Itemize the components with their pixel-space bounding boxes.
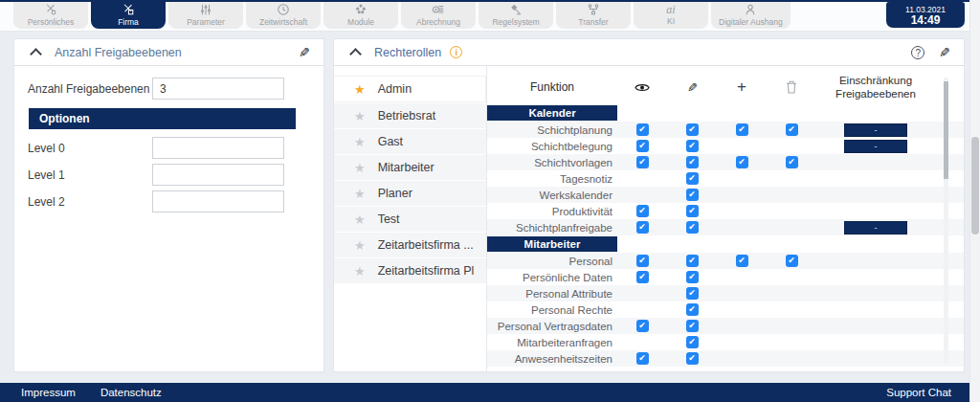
function-label: Schichtvorlagen	[487, 157, 617, 168]
add-checkbox[interactable]: ✔	[736, 156, 748, 168]
view-checkbox[interactable]: ✔	[636, 352, 649, 365]
function-label: Personal Rechte	[487, 304, 617, 316]
view-checkbox[interactable]: ✔	[636, 271, 649, 283]
info-icon[interactable]: i	[450, 46, 462, 58]
nav-regelsystem[interactable]: Regelsystem	[479, 2, 553, 29]
tools-person-icon	[44, 4, 57, 16]
restriction-level-button[interactable]: -	[844, 140, 907, 153]
star-icon: ★	[354, 213, 366, 226]
form-row: Level 1	[28, 164, 284, 186]
add-checkbox-cell: ✔	[717, 255, 767, 267]
function-label: Schichtplanfreigabe	[487, 222, 617, 234]
level-2-input[interactable]	[152, 190, 284, 212]
add-checkbox[interactable]: ✔	[736, 123, 748, 136]
page-scrollbar-thumb[interactable]	[971, 137, 979, 234]
table-row: Schichtvorlagen✔✔✔✔	[487, 154, 964, 170]
role-item[interactable]: ★Mitarbeiter	[334, 155, 486, 180]
edit-pencil-icon[interactable]: ✎	[299, 46, 310, 59]
nav-digitaler-aushang[interactable]: Digitaler Aushang	[711, 2, 791, 29]
panel-header: Anzahl Freigabeebenen ✎	[14, 39, 323, 66]
role-item[interactable]: ★Zeitarbeitsfirma Pl	[334, 258, 486, 283]
edit-checkbox[interactable]: ✔	[686, 352, 699, 365]
billing-coin-icon	[432, 4, 445, 16]
edit-checkbox[interactable]: ✔	[686, 271, 699, 283]
role-item[interactable]: ★Zeitarbeitsfirma ...	[334, 233, 486, 257]
role-item[interactable]: ★Gast	[334, 129, 486, 154]
plus-icon: +	[737, 79, 746, 95]
datenschutz-link[interactable]: Datenschutz	[100, 387, 162, 398]
role-label: Test	[378, 212, 400, 226]
nav-firma[interactable]: Firma	[91, 2, 166, 29]
edit-checkbox[interactable]: ✔	[686, 221, 699, 234]
collapse-chevron-icon[interactable]	[349, 48, 362, 60]
view-checkbox[interactable]: ✔	[636, 255, 649, 267]
view-checkbox[interactable]: ✔	[636, 123, 649, 136]
support-chat-link[interactable]: Support Chat	[886, 387, 951, 398]
level-0-input[interactable]	[152, 137, 284, 159]
edit-checkbox[interactable]: ✔	[686, 320, 699, 332]
edit-checkbox[interactable]: ✔	[686, 336, 699, 348]
nav-abrechnung[interactable]: Abrechnung	[401, 2, 476, 29]
table-row: Schichtplanung✔✔✔✔-	[487, 122, 964, 138]
edit-checkbox[interactable]: ✔	[686, 172, 699, 185]
role-item[interactable]: ★Admin	[334, 76, 486, 102]
nav-label: Zeitwirtschaft	[259, 17, 307, 27]
role-item[interactable]: ★Betriebsrat	[334, 103, 486, 128]
role-label: Gast	[378, 135, 403, 148]
level-label: Level 0	[28, 142, 152, 155]
anzahl-freigabeebenen-input[interactable]	[152, 78, 284, 100]
form-row: Level 0	[28, 137, 284, 159]
ai-icon: ai	[666, 4, 675, 15]
edit-checkbox[interactable]: ✔	[686, 287, 699, 300]
view-checkbox[interactable]: ✔	[636, 320, 649, 332]
edit-checkbox[interactable]: ✔	[686, 255, 699, 267]
edit-checkbox[interactable]: ✔	[686, 303, 699, 316]
field-label: Anzahl Freigabeebenen	[28, 82, 152, 96]
nav-label: Parameter	[187, 17, 225, 27]
view-checkbox[interactable]: ✔	[636, 140, 649, 152]
nav-ki[interactable]: ai KI	[634, 2, 708, 29]
nav-transfer[interactable]: Transfer	[556, 2, 631, 29]
nav-label: Persönliches	[28, 17, 75, 27]
nav-module[interactable]: Module	[323, 2, 398, 29]
edit-checkbox-cell: ✔	[667, 156, 717, 168]
edit-checkbox[interactable]: ✔	[686, 123, 699, 136]
delete-checkbox[interactable]: ✔	[786, 123, 798, 136]
view-checkbox-cell: ✔	[617, 255, 667, 267]
view-checkbox[interactable]: ✔	[636, 221, 649, 234]
nav-label: Transfer	[578, 17, 608, 27]
pencil-icon: ✎	[687, 81, 698, 94]
edit-checkbox[interactable]: ✔	[686, 140, 699, 152]
nav-parameter[interactable]: Parameter	[168, 2, 243, 29]
table-row: Mitarbeiteranfragen✔	[487, 334, 964, 350]
add-checkbox[interactable]: ✔	[736, 255, 748, 267]
panel-header: Rechterollen i ? ✎	[334, 39, 964, 66]
edit-pencil-icon[interactable]: ✎	[939, 46, 950, 59]
restriction-level-button[interactable]: -	[844, 123, 907, 137]
edit-checkbox[interactable]: ✔	[686, 189, 699, 201]
table-row: Produktivität✔✔	[487, 203, 964, 219]
role-item[interactable]: ★Test	[334, 207, 486, 232]
role-label: Zeitarbeitsfirma Pl	[378, 264, 475, 278]
collapse-chevron-icon[interactable]	[30, 48, 42, 60]
help-icon[interactable]: ?	[911, 46, 924, 59]
view-checkbox[interactable]: ✔	[636, 205, 649, 217]
edit-checkbox[interactable]: ✔	[686, 156, 699, 168]
level-label: Level 1	[28, 168, 152, 182]
nav-zeitwirtschaft[interactable]: Zeitwirtschaft	[246, 2, 321, 29]
clock-icon	[277, 4, 290, 16]
role-label: Admin	[378, 82, 412, 96]
level-1-input[interactable]	[152, 164, 284, 186]
delete-checkbox[interactable]: ✔	[786, 156, 798, 168]
impressum-link[interactable]: Impressum	[21, 387, 76, 398]
restriction-level-button[interactable]: -	[844, 221, 907, 234]
function-label: Personal Attribute	[487, 288, 617, 300]
role-item[interactable]: ★Planer	[334, 181, 486, 206]
nav-persoenliches[interactable]: Persönliches	[13, 2, 88, 29]
table-scrollbar-thumb[interactable]	[944, 81, 948, 179]
star-icon: ★	[354, 265, 366, 278]
delete-checkbox[interactable]: ✔	[786, 255, 798, 267]
view-checkbox[interactable]: ✔	[636, 156, 649, 168]
edit-checkbox[interactable]: ✔	[686, 205, 699, 217]
nav-label: KI	[667, 16, 675, 26]
